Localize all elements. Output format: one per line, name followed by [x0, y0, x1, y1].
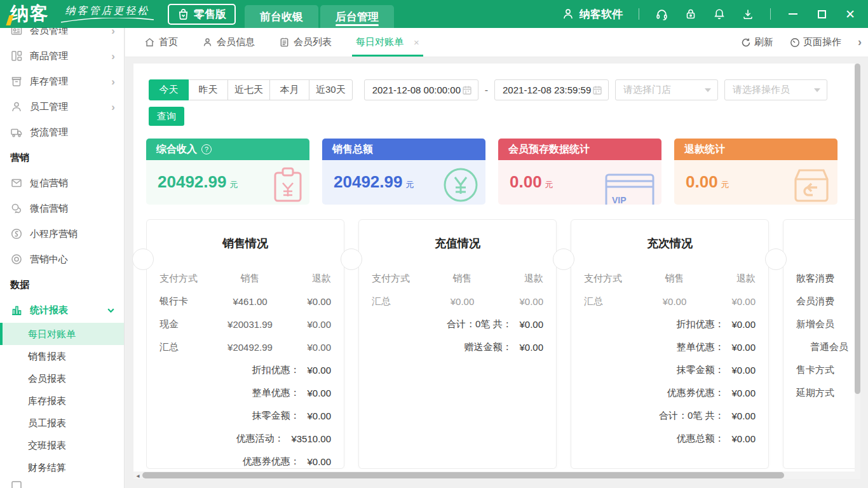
- brand-logo: 纳客: [10, 1, 50, 27]
- stat-card-value: 20492.99: [158, 172, 226, 192]
- operator-select[interactable]: 请选择操作员: [724, 79, 827, 100]
- sidebar-item-label: 会员管理: [30, 28, 104, 37]
- nav-tab-backoffice[interactable]: 后台管理: [320, 5, 394, 28]
- panel-row: 会员消费: [783, 290, 855, 313]
- sidebar-item-logistics[interactable]: 货流管理: [0, 119, 124, 145]
- panel-recharge: 充值情况 支付方式 销售 退款 汇总 ¥0.00 ¥0.00 合计：0笔 共：¥…: [358, 219, 557, 469]
- sidebar-item-label: 短信营销: [30, 177, 115, 189]
- sidebar-item-label: 员工管理: [30, 101, 104, 113]
- lock-icon[interactable]: [684, 8, 697, 20]
- sidebar-subitem-member-report[interactable]: 会员报表: [0, 367, 124, 390]
- carousel-prev-button[interactable]: [132, 248, 154, 270]
- date-from-input[interactable]: 2021-12-08 00:00:00: [364, 79, 478, 100]
- table-row: 汇总 ¥20492.99 ¥0.00: [147, 336, 344, 358]
- edition-label: 零售版: [194, 7, 226, 22]
- sidebar-item-label: 商品管理: [30, 50, 104, 62]
- range-today-button[interactable]: 今天: [149, 79, 189, 100]
- table-row: 汇总 ¥0.00 ¥0.00: [359, 290, 556, 313]
- wechat-icon: [10, 202, 23, 215]
- tab-daily-reconciliation[interactable]: 每日对账单 ×: [356, 28, 419, 57]
- range-last7days-button[interactable]: 近七天: [227, 79, 270, 100]
- sidebar-item-statistics-reports[interactable]: 统计报表: [0, 297, 124, 323]
- target-icon: [10, 253, 23, 266]
- page-actions-button[interactable]: 页面操作: [790, 36, 841, 48]
- sidebar-subitem-shift-report[interactable]: 交班报表: [0, 434, 124, 456]
- scroll-left-arrow[interactable]: ◂: [133, 472, 142, 479]
- stat-card-value: 0.00: [686, 172, 718, 192]
- chevron-right-icon: ›: [111, 28, 115, 36]
- chevron-right-icon: ›: [111, 51, 115, 62]
- tab-label: 会员列表: [294, 36, 332, 48]
- sidebar-item-inventory[interactable]: 库存管理 ›: [0, 69, 124, 94]
- panel-row: 散客消费: [783, 267, 855, 290]
- horizontal-scrollbar-thumb[interactable]: [142, 472, 784, 478]
- date-to-input[interactable]: 2021-12-08 23:59:59: [494, 79, 609, 100]
- filter-row: 今天 昨天 近七天 本月 近30天 2021-12-08 00:00:00 - …: [149, 79, 827, 100]
- tab-member-list[interactable]: 会员列表: [279, 28, 332, 57]
- minimize-button[interactable]: [787, 8, 799, 20]
- download-icon[interactable]: [742, 8, 754, 20]
- table-header: 支付方式 销售 退款: [359, 267, 556, 290]
- table-row: 现金 ¥20031.99 ¥0.00: [147, 313, 344, 336]
- sidebar-item-partial[interactable]: [0, 478, 124, 488]
- refresh-button[interactable]: 刷新: [741, 36, 773, 48]
- help-icon[interactable]: ?: [201, 144, 212, 154]
- close-window-button[interactable]: ✕: [844, 8, 857, 20]
- sidebar-item-miniprogram-marketing[interactable]: 小程序营销: [0, 221, 124, 247]
- carousel-nav-button[interactable]: [341, 248, 362, 270]
- sidebar-section-data: 数据: [0, 272, 124, 297]
- panel-title: 充次情况: [571, 220, 768, 267]
- sidebar-subitem-finance-settlement[interactable]: 财务结算: [0, 456, 124, 478]
- sidebar-item-marketing-center[interactable]: 营销中心: [0, 247, 124, 272]
- carousel-nav-button[interactable]: [553, 248, 574, 270]
- panel-title: 充值情况: [359, 220, 556, 267]
- search-button[interactable]: 查询: [149, 107, 184, 126]
- list-document-icon: [279, 37, 290, 48]
- chevron-right-icon[interactable]: ›: [858, 36, 862, 49]
- page-actions-icon: [790, 37, 800, 48]
- carousel-next-button[interactable]: [765, 248, 787, 270]
- page-actions-label: 页面操作: [803, 36, 841, 48]
- home-icon: [144, 37, 155, 48]
- sidebar-item-staff[interactable]: 员工管理 ›: [0, 94, 124, 119]
- sidebar-item-wechat-marketing[interactable]: 微信营销: [0, 196, 124, 221]
- summary-row: 折扣优惠：¥0.00: [571, 313, 768, 336]
- tab-home[interactable]: 首页: [144, 28, 178, 57]
- sidebar-subitem-inventory-report[interactable]: 库存报表: [0, 390, 124, 412]
- chevron-right-icon: ›: [111, 102, 115, 112]
- stat-card-value: 0.00: [510, 172, 542, 192]
- sidebar-subitem-sales-report[interactable]: 销售报表: [0, 345, 124, 367]
- vertical-scrollbar-thumb[interactable]: [855, 64, 860, 394]
- goods-icon: [10, 50, 23, 62]
- bell-icon[interactable]: [713, 8, 726, 20]
- range-last30days-button[interactable]: 近30天: [309, 79, 353, 100]
- edition-badge[interactable]: 零售版: [168, 4, 236, 25]
- tab-member-info[interactable]: 会员信息: [202, 28, 255, 57]
- stat-card-value: 20492.99: [334, 172, 402, 192]
- sidebar-item-label: 统计报表: [30, 304, 100, 316]
- range-thismonth-button[interactable]: 本月: [269, 79, 309, 100]
- headset-support-icon[interactable]: [655, 8, 668, 21]
- user-account[interactable]: 纳客软件: [562, 7, 623, 22]
- vip-card-icon: VIP: [604, 173, 655, 205]
- table-row: 汇总 ¥0.00 ¥0.00: [571, 290, 768, 313]
- sidebar-subitem-staff-report[interactable]: 员工报表: [0, 412, 124, 434]
- summary-row: 赠送金额：¥0.00: [359, 336, 556, 358]
- person-icon: [10, 100, 23, 113]
- refresh-label: 刷新: [754, 36, 773, 48]
- range-yesterday-button[interactable]: 昨天: [188, 79, 228, 100]
- tagline-text: 纳客管店更轻松: [65, 4, 150, 18]
- panel-sales: 销售情况 支付方式 销售 退款 银行卡 ¥461.00 ¥0.00 现金 ¥20…: [146, 219, 344, 469]
- store-select[interactable]: 请选择门店: [615, 79, 718, 100]
- tab-label: 会员信息: [217, 36, 255, 48]
- tagline-swoosh: [60, 18, 155, 24]
- sidebar-subitem-daily-reconciliation[interactable]: 每日对账单: [0, 323, 124, 345]
- stat-cards-row: 综合收入 ? 20492.99 元 销售总额: [146, 139, 837, 205]
- maximize-button[interactable]: [815, 8, 828, 20]
- sidebar-item-goods[interactable]: 商品管理 ›: [0, 43, 124, 69]
- sidebar-item-sms-marketing[interactable]: 短信营销: [0, 170, 124, 196]
- sidebar-item-members[interactable]: 会员管理 ›: [0, 28, 124, 43]
- tab-label: 每日对账单: [356, 36, 403, 48]
- nav-tab-frontdesk[interactable]: 前台收银: [245, 5, 318, 28]
- close-tab-icon[interactable]: ×: [414, 37, 419, 48]
